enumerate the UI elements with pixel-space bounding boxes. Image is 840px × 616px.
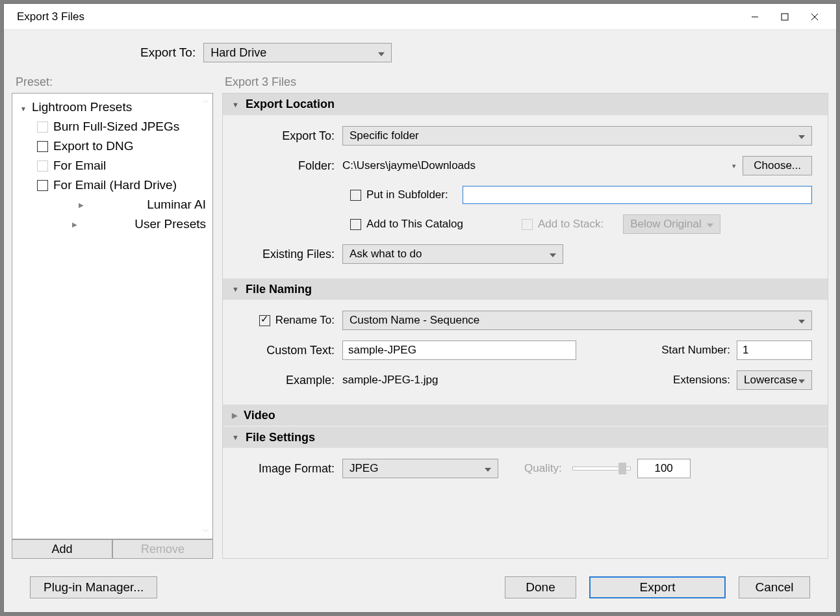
- preset-item[interactable]: Export to DNG: [16, 136, 209, 156]
- extensions-select[interactable]: Lowercase: [737, 370, 812, 390]
- section-title: File Settings: [246, 431, 315, 444]
- checkbox-icon: [350, 190, 361, 201]
- titlebar: Export 3 Files: [4, 4, 836, 30]
- chevron-down-icon: [798, 314, 805, 327]
- image-format-select[interactable]: JPEG: [342, 459, 498, 478]
- chevron-right-icon: ▶: [232, 411, 237, 420]
- section-file-naming: Rename To: Custom Name - Sequence Custom…: [223, 300, 828, 404]
- example-value: sample-JPEG-1.jpg: [342, 374, 438, 387]
- section-file-settings: Image Format: JPEG Quality:: [223, 448, 828, 481]
- quality-label: Quality:: [524, 462, 562, 475]
- field-label: Extensions:: [673, 374, 730, 387]
- field-label: Example:: [238, 374, 342, 387]
- chevron-down-icon: [485, 462, 491, 475]
- preset-group-label: Lightroom Presets: [32, 100, 132, 114]
- section-export-location: Export To: Specific folder Folder: C:\Us…: [223, 116, 828, 278]
- section-file-settings-header[interactable]: ▼ File Settings: [223, 426, 828, 448]
- quality-input[interactable]: [637, 459, 691, 478]
- chevron-down-icon: [378, 46, 385, 60]
- existing-files-select[interactable]: Ask what to do: [342, 244, 563, 264]
- quality-slider[interactable]: [572, 467, 631, 470]
- minimize-button[interactable]: [740, 6, 770, 27]
- field-label: Existing Files:: [238, 248, 342, 261]
- preset-item-label: Export to DNG: [53, 139, 134, 153]
- field-label: Start Number:: [661, 344, 730, 357]
- section-video-header[interactable]: ▶ Video: [223, 404, 828, 426]
- export-to-value: Hard Drive: [210, 46, 266, 60]
- checkbox-icon[interactable]: [37, 141, 48, 152]
- rename-to-checkbox[interactable]: Rename To:: [238, 314, 342, 327]
- add-to-catalog-checkbox[interactable]: Add to This Catalog: [350, 218, 463, 231]
- checkbox-icon[interactable]: [37, 122, 48, 133]
- svg-rect-1: [782, 14, 788, 20]
- preset-group-label: Luminar AI: [147, 198, 206, 212]
- mid-area: Preset: Lightroom Presets Burn Full-Size…: [4, 75, 836, 559]
- section-export-location-header[interactable]: ▼ Export Location: [223, 94, 828, 116]
- preset-item-label: For Email (Hard Drive): [53, 178, 177, 192]
- export-to-select[interactable]: Hard Drive: [203, 43, 392, 62]
- export-to-top-row: Export To: Hard Drive: [4, 30, 836, 75]
- folder-path: C:\Users\jayme\Downloads: [342, 159, 476, 172]
- field-label: Image Format:: [238, 462, 342, 476]
- chevron-down-icon: ▼: [232, 285, 239, 293]
- right-label: Export 3 Files: [222, 75, 828, 89]
- add-to-stack-checkbox: Add to Stack:: [522, 218, 604, 231]
- dialog-content: Export To: Hard Drive Preset: Lightroom …: [4, 30, 836, 612]
- chevron-right-icon: [19, 221, 131, 228]
- checkbox-icon[interactable]: [37, 180, 48, 191]
- preset-item-label: Burn Full-Sized JPEGs: [53, 120, 179, 134]
- stack-position-select: Below Original: [623, 214, 720, 234]
- chevron-down-icon: [798, 129, 805, 142]
- field-label: Custom Text:: [238, 344, 342, 357]
- preset-group-user[interactable]: User Presets: [16, 214, 209, 234]
- chevron-down-icon: ▼: [232, 433, 239, 441]
- section-file-naming-header[interactable]: ▼ File Naming: [223, 278, 828, 300]
- add-preset-button[interactable]: Add: [12, 539, 112, 559]
- checkbox-icon[interactable]: [37, 160, 48, 172]
- section-title: File Naming: [246, 283, 312, 296]
- close-button[interactable]: [800, 6, 830, 27]
- settings-panel: Export 3 Files ▼ Export Location Export …: [222, 75, 828, 559]
- done-button[interactable]: Done: [505, 576, 576, 598]
- rename-template-select[interactable]: Custom Name - Sequence: [342, 311, 812, 330]
- preset-item-label: For Email: [53, 159, 106, 173]
- preset-list[interactable]: Lightroom Presets Burn Full-Sized JPEGs …: [12, 93, 213, 539]
- preset-group-lightroom[interactable]: Lightroom Presets: [16, 97, 209, 117]
- window-controls: [740, 6, 830, 27]
- chevron-right-icon: [19, 201, 143, 209]
- plugin-manager-button[interactable]: Plug-in Manager...: [30, 576, 157, 598]
- preset-item[interactable]: For Email: [16, 156, 209, 175]
- preset-panel: Preset: Lightroom Presets Burn Full-Size…: [12, 75, 213, 559]
- export-to-label: Export To:: [140, 45, 196, 60]
- checkbox-icon: [350, 219, 361, 230]
- preset-item[interactable]: For Email (Hard Drive): [16, 175, 209, 195]
- checkbox-checked-icon: [259, 315, 270, 326]
- export-dialog: Export 3 Files Export To: Hard Drive Pre…: [3, 3, 837, 613]
- preset-label: Preset:: [12, 75, 213, 89]
- put-in-subfolder-checkbox[interactable]: Put in Subfolder:: [350, 188, 448, 201]
- chevron-down-icon: ▼: [232, 101, 239, 109]
- choose-folder-button[interactable]: Choose...: [743, 156, 812, 175]
- preset-group-luminar[interactable]: Luminar AI: [16, 195, 209, 214]
- field-label: Export To:: [238, 129, 342, 143]
- section-title: Video: [244, 409, 275, 422]
- maximize-button[interactable]: [770, 6, 800, 27]
- settings-scroll[interactable]: ▼ Export Location Export To: Specific fo…: [222, 93, 828, 559]
- preset-group-label: User Presets: [134, 217, 206, 231]
- chevron-down-icon: [798, 374, 805, 387]
- preset-item[interactable]: Burn Full-Sized JPEGs: [16, 117, 209, 136]
- chevron-down-icon: [550, 248, 556, 261]
- subfolder-input[interactable]: [463, 186, 812, 204]
- chevron-down-icon[interactable]: ▾: [732, 162, 736, 170]
- cancel-button[interactable]: Cancel: [739, 576, 810, 598]
- export-to-folder-select[interactable]: Specific folder: [342, 126, 812, 146]
- section-title: Export Location: [246, 97, 335, 111]
- start-number-input[interactable]: [737, 340, 812, 360]
- export-button[interactable]: Export: [589, 576, 726, 598]
- preset-buttons: Add Remove: [12, 539, 213, 559]
- footer-bar: Plug-in Manager... Done Export Cancel: [4, 559, 836, 604]
- field-label: Folder:: [238, 159, 342, 173]
- custom-text-input[interactable]: [342, 340, 576, 360]
- chevron-down-icon: [707, 218, 713, 231]
- remove-preset-button[interactable]: Remove: [112, 539, 213, 559]
